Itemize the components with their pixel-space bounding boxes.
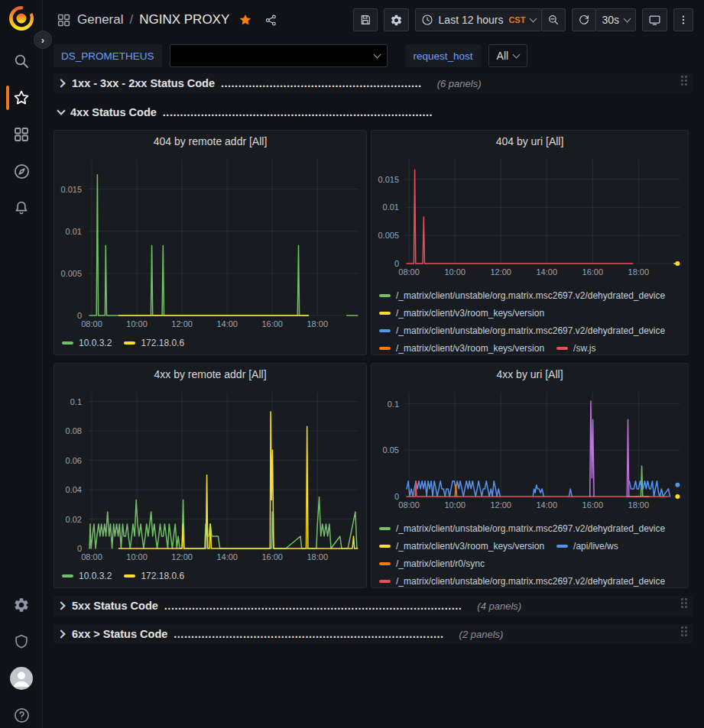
y-axis-tick-label: 0.1 (388, 400, 399, 409)
row-title-dots: ........................................… (174, 628, 443, 640)
legend-label: /_matrix/client/unstable/org.matrix.msc2… (396, 576, 665, 587)
legend-label: 10.0.3.2 (79, 338, 112, 348)
timeseries-chart[interactable]: 08:0010:0012:0014:0016:0018:0000.050.1 (371, 385, 688, 512)
legend-swatch (379, 580, 391, 583)
variables-bar: DS_PROMETHEUS request_host All (43, 40, 704, 72)
series-line (590, 401, 629, 497)
x-axis-tick-label: 10:00 (126, 319, 148, 328)
apps-icon (57, 13, 71, 28)
legend-item[interactable]: /_matrix/client/unstable/org.matrix.msc2… (379, 572, 665, 587)
legend-label: /_matrix/client/r0/sync (396, 558, 485, 569)
navbar: General / NGINX PROXY (43, 0, 704, 40)
variable-value-datasource[interactable] (170, 44, 388, 67)
row-drag-handle[interactable] (681, 76, 689, 88)
legend-label: 172.18.0.6 (141, 571, 184, 581)
refresh-interval-picker[interactable]: 30s (595, 8, 636, 31)
row-header-1xx-3xx-2xx[interactable]: 1xx - 3xx - 2xx Status Code ............… (54, 73, 693, 93)
panel-legend: /_matrix/client/unstable/org.matrix.msc2… (371, 512, 688, 587)
explore-icon[interactable] (0, 156, 43, 186)
timezone-label: CST (508, 15, 525, 24)
dashboard-settings-button[interactable] (384, 8, 409, 31)
settings-gear-icon[interactable] (0, 590, 43, 620)
legend-label: /_matrix/client/v3/room_keys/version (396, 541, 544, 552)
x-axis-tick-label: 08:00 (398, 267, 420, 277)
alerting-bell-icon[interactable] (0, 193, 43, 223)
search-icon[interactable] (0, 46, 43, 76)
y-axis-tick-label: 0.1 (70, 397, 82, 406)
legend-item[interactable]: 10.0.3.2 (62, 567, 112, 584)
x-axis-tick-label: 18:00 (307, 319, 328, 328)
legend-item[interactable]: /sw.js (556, 339, 595, 354)
panel-title[interactable]: 4xx by remote addr [All] (54, 364, 366, 385)
legend-item[interactable]: 10.0.3.2 (62, 334, 112, 351)
chevron-down-icon (513, 51, 521, 59)
starred-dashboards-icon[interactable] (0, 83, 43, 113)
y-axis-tick-label: 0.04 (66, 485, 82, 494)
expand-sidebar-button[interactable]: › (34, 31, 52, 49)
row-drag-handle[interactable] (681, 598, 689, 610)
row-header-4xx[interactable]: 4xx Status Code ........................… (54, 102, 693, 122)
panel-title[interactable]: 404 by remote addr [All] (54, 131, 366, 152)
breadcrumb-separator: / (129, 12, 133, 28)
x-axis-tick-label: 12:00 (490, 500, 511, 510)
panel-404-by-remote-addr: 404 by remote addr [All] 08:0010:0012:00… (54, 130, 367, 355)
row-title-dots: ........................................… (221, 77, 422, 89)
y-axis-tick-label: 0 (77, 544, 82, 553)
timeseries-chart[interactable]: 08:0010:0012:0014:0016:0018:0000.020.040… (54, 385, 366, 564)
legend-item[interactable]: /_matrix/client/v3/room_keys/version (379, 304, 544, 322)
timeseries-chart[interactable]: 08:0010:0012:0014:0016:0018:0000.0050.01… (54, 152, 366, 331)
x-axis-tick-label: 10:00 (444, 500, 466, 510)
grafana-logo-icon[interactable] (6, 4, 37, 34)
breadcrumb-folder[interactable]: General (77, 12, 123, 28)
legend-item[interactable]: 172.18.0.6 (124, 567, 184, 584)
x-axis-tick-label: 14:00 (216, 552, 238, 561)
row-header-6xx[interactable]: 6xx > Status Code ......................… (54, 624, 693, 644)
legend-swatch (379, 294, 391, 297)
variable-value-request-host[interactable]: All (488, 44, 528, 67)
row-drag-handle[interactable] (681, 626, 689, 639)
legend-item[interactable]: /_matrix/client/v3/room_keys/version (379, 537, 544, 555)
time-controls: Last 12 hours CST (415, 8, 566, 31)
row-header-5xx[interactable]: 5xx Status Code ........................… (54, 596, 693, 616)
dashboards-icon[interactable] (0, 119, 43, 150)
panel-title[interactable]: 4xx by uri [All] (371, 364, 688, 385)
legend-item[interactable]: /_matrix/client/r0/sync (379, 555, 485, 572)
legend-item[interactable]: /_matrix/client/unstable/org.matrix.msc2… (379, 286, 665, 304)
legend-item[interactable]: /_matrix/client/unstable/org.matrix.msc2… (379, 322, 665, 339)
legend-label: 10.0.3.2 (79, 571, 112, 581)
legend-item[interactable]: /api/live/ws (556, 537, 618, 555)
legend-item[interactable]: /_matrix/client/v3/room_keys/version (379, 339, 544, 354)
x-axis-tick-label: 18:00 (307, 552, 328, 561)
variable-label-request-host[interactable]: request_host (406, 44, 481, 67)
refresh-button[interactable] (572, 8, 596, 31)
row-title-dots: ........................................… (163, 106, 433, 118)
tv-mode-button[interactable] (642, 8, 667, 31)
row-panel-count: (2 panels) (459, 629, 504, 640)
save-dashboard-button[interactable] (353, 8, 378, 31)
y-axis-tick-label: 0 (77, 311, 82, 320)
time-range-picker[interactable]: Last 12 hours CST (415, 8, 543, 31)
chevron-down-icon (530, 15, 537, 23)
row-panel-count: (4 panels) (477, 600, 521, 612)
zoom-out-button[interactable] (541, 8, 566, 31)
share-icon[interactable] (264, 14, 277, 27)
x-axis-tick-label: 16:00 (582, 267, 604, 277)
panel-title[interactable]: 404 by uri [All] (371, 131, 688, 152)
legend-item[interactable]: /_matrix/client/unstable/org.matrix.msc2… (379, 519, 665, 537)
admin-shield-icon[interactable] (0, 626, 43, 657)
user-avatar[interactable] (0, 663, 43, 694)
timeseries-chart[interactable]: 08:0010:0012:0014:0016:0018:0000.0050.01… (371, 152, 688, 279)
legend-item[interactable]: 172.18.0.6 (124, 334, 184, 351)
breadcrumb-dashboard-title[interactable]: NGINX PROXY (139, 12, 229, 28)
dashboard-menu-button[interactable] (673, 8, 693, 31)
active-indicator (6, 86, 9, 110)
help-icon[interactable] (0, 700, 43, 728)
dashboard-content: DS_PROMETHEUS request_host All 1xx - 3xx… (43, 40, 704, 728)
legend-swatch (379, 545, 391, 548)
x-axis-tick-label: 10:00 (444, 267, 466, 277)
y-axis-tick-label: 0 (394, 492, 399, 501)
variable-label-datasource[interactable]: DS_PROMETHEUS (54, 44, 162, 67)
favorite-star-icon[interactable] (238, 13, 252, 27)
series-line (407, 170, 633, 264)
series-end-point (675, 494, 680, 499)
